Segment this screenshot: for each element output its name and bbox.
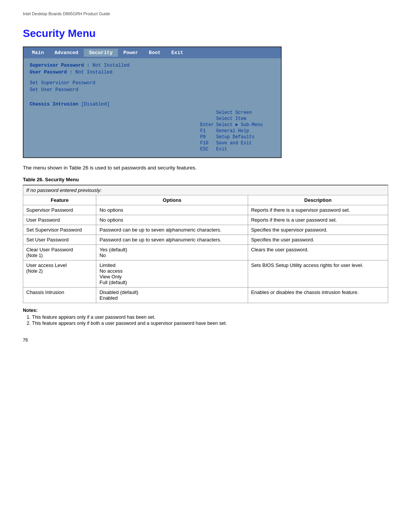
- note-item-1: This feature appears only if a user pass…: [32, 315, 388, 320]
- page-title: Security Menu: [23, 27, 388, 40]
- row-options: LimitedNo accessView OnlyFull (default): [96, 260, 248, 288]
- row-feature: Set Supervisor Password: [23, 225, 96, 235]
- description-text: The menu shown in Table 26 is used to se…: [23, 165, 388, 171]
- page-number: 76: [23, 337, 388, 343]
- user-password-field: User Password : Not Installed: [30, 70, 191, 75]
- row-options: Yes (default)No: [96, 245, 248, 260]
- bios-key-enter: EnterSelect ► Sub-Menu: [200, 122, 278, 128]
- bios-key-p9: P9Setup Defaults: [200, 134, 278, 140]
- set-supervisor-password[interactable]: Set Supervisor Password: [30, 80, 191, 86]
- notes-section: Notes: This feature appears only if a us…: [23, 308, 388, 326]
- note-item-2: This feature appears only if both a user…: [32, 321, 388, 326]
- col-description: Description: [248, 195, 388, 205]
- bios-screen: Main Advanced Security Power Boot Exit S…: [23, 46, 282, 158]
- bios-key-select-screen: Select Screen: [200, 110, 278, 115]
- table-row: User Password No options Reports if ther…: [23, 215, 388, 225]
- table-note-cell: If no password entered previously:: [23, 185, 388, 195]
- notes-title: Notes:: [23, 308, 388, 313]
- chassis-intrusion-field: Chassis Intrusion [Disabled]: [30, 102, 191, 107]
- supervisor-password-field: Supervisor Password : Not Installed: [30, 63, 191, 68]
- table-row: Set User Password Password can be up to …: [23, 235, 388, 245]
- bios-menu-security[interactable]: Security: [84, 49, 118, 57]
- row-options: Disabled (default)Enabled: [96, 288, 248, 303]
- doc-header: Intel Desktop Boards D865GRH Product Gui…: [23, 11, 388, 16]
- row-feature: Set User Password: [23, 235, 96, 245]
- row-description: Specifies the user password.: [248, 235, 388, 245]
- bios-key-f1: F1General Help: [200, 128, 278, 134]
- bios-body: Supervisor Password : Not Installed User…: [24, 58, 281, 157]
- row-description: Reports if there is a user password set.: [248, 215, 388, 225]
- row-description: Sets BIOS Setup Utility access rights fo…: [248, 260, 388, 288]
- row-options: Password can be up to seven alphanumeric…: [96, 235, 248, 245]
- row-options: No options: [96, 215, 248, 225]
- bios-menu-power[interactable]: Power: [118, 49, 143, 57]
- bios-menu-boot[interactable]: Boot: [143, 49, 166, 57]
- bios-key-f10: F10Save and Exit: [200, 141, 278, 146]
- bios-right-panel: Select Screen Select Item EnterSelect ► …: [197, 58, 281, 157]
- row-feature: Supervisor Password: [23, 205, 96, 215]
- row-description: Specifies the supervisor password.: [248, 225, 388, 235]
- bios-key-esc: ESCExit: [200, 147, 278, 152]
- row-feature: Clear User Password(Note 1): [23, 245, 96, 260]
- col-options: Options: [96, 195, 248, 205]
- bios-menu-advanced[interactable]: Advanced: [49, 49, 83, 57]
- security-table: If no password entered previously: Featu…: [23, 185, 388, 303]
- row-feature: User Password: [23, 215, 96, 225]
- table-row: Chassis Intrusion Disabled (default)Enab…: [23, 288, 388, 303]
- row-description: Reports if there is a supervisor passwor…: [248, 205, 388, 215]
- table-row: Supervisor Password No options Reports i…: [23, 205, 388, 215]
- table-header-row: Feature Options Description: [23, 195, 388, 205]
- bios-menubar: Main Advanced Security Power Boot Exit: [24, 47, 281, 58]
- row-options: Password can be up to seven alphanumeric…: [96, 225, 248, 235]
- row-feature: Chassis Intrusion: [23, 288, 96, 303]
- bios-key-select-item: Select Item: [200, 116, 278, 121]
- table-title: Table 26. Security Menu: [23, 177, 388, 182]
- table-note-row: If no password entered previously:: [23, 185, 388, 195]
- notes-list: This feature appears only if a user pass…: [23, 315, 388, 326]
- row-feature: User access Level(Note 2): [23, 260, 96, 288]
- row-description: Enables or disables the chassis intrusio…: [248, 288, 388, 303]
- row-description: Clears the user password.: [248, 245, 388, 260]
- bios-left-panel: Supervisor Password : Not Installed User…: [24, 58, 197, 157]
- bios-menu-main[interactable]: Main: [27, 49, 49, 57]
- set-user-password[interactable]: Set User Password: [30, 87, 191, 93]
- bios-menu-exit[interactable]: Exit: [166, 49, 188, 57]
- table-row: Clear User Password(Note 1) Yes (default…: [23, 245, 388, 260]
- table-row: User access Level(Note 2) LimitedNo acce…: [23, 260, 388, 288]
- table-row: Set Supervisor Password Password can be …: [23, 225, 388, 235]
- row-options: No options: [96, 205, 248, 215]
- col-feature: Feature: [23, 195, 96, 205]
